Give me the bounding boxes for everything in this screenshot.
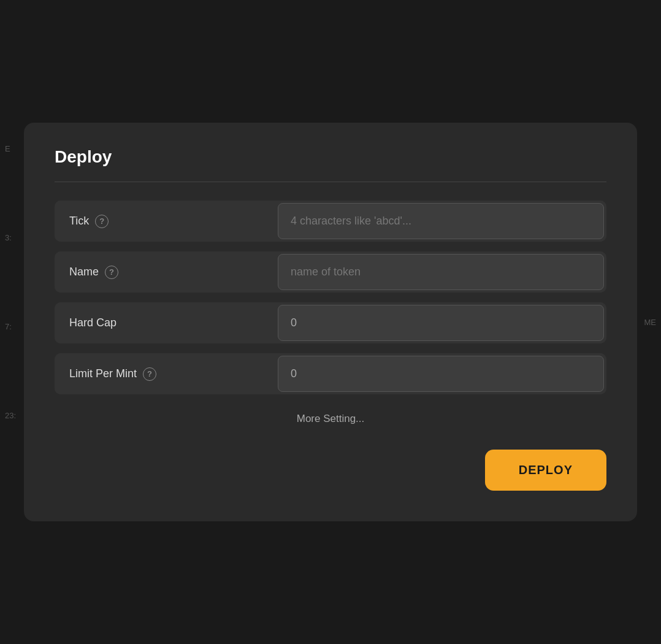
title-divider [55,182,606,182]
more-setting-section: More Setting... [55,413,606,425]
side-label-e: E [5,144,25,153]
limit-per-mint-input-cell [275,353,606,394]
tick-label: Tick [69,215,89,228]
limit-per-mint-label: Limit Per Mint [69,367,137,380]
button-row: DEPLOY [55,450,606,491]
hard-cap-input[interactable] [278,305,604,341]
tick-help-icon[interactable]: ? [95,215,109,228]
tick-input-cell [275,201,606,242]
deploy-button[interactable]: DEPLOY [485,450,606,491]
name-row: Name ? [55,251,606,293]
side-label-3: 3: [5,233,25,242]
name-input-cell [275,251,606,293]
side-label-me: ME [644,318,657,327]
page-title: Deploy [55,147,606,167]
hard-cap-label-cell: Hard Cap [55,302,275,343]
hard-cap-row: Hard Cap [55,302,606,343]
name-input[interactable] [278,254,604,290]
limit-per-mint-input[interactable] [278,356,604,392]
name-help-icon[interactable]: ? [105,266,118,279]
more-setting-button[interactable]: More Setting... [297,413,365,425]
side-labels-right: ME [644,316,662,328]
deploy-card: Deploy Tick ? Name ? Hard Cap [24,123,637,521]
side-label-23: 23: [5,411,25,420]
tick-label-cell: Tick ? [55,201,275,242]
name-label: Name [69,266,99,278]
tick-row: Tick ? [55,201,606,242]
limit-per-mint-row: Limit Per Mint ? [55,353,606,394]
name-label-cell: Name ? [55,251,275,293]
limit-per-mint-label-cell: Limit Per Mint ? [55,353,275,394]
hard-cap-label: Hard Cap [69,316,117,329]
limit-per-mint-help-icon[interactable]: ? [143,367,156,381]
side-label-7: 7: [5,322,25,331]
side-labels-left: E 3: 7: 23: [0,0,25,644]
hard-cap-input-cell [275,302,606,343]
page-wrapper: E 3: 7: 23: ME Deploy Tick ? Name ? [0,0,661,644]
tick-input[interactable] [278,203,604,239]
